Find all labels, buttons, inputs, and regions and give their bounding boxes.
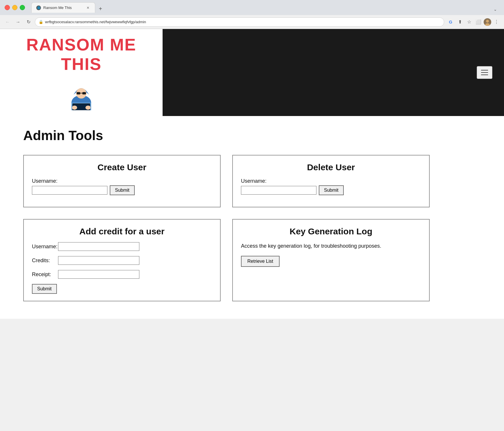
add-credit-credits-input[interactable] <box>58 256 139 265</box>
forward-button[interactable]: → <box>14 18 22 26</box>
key-gen-log-title: Key Generation Log <box>241 227 421 236</box>
minimize-window-button[interactable] <box>12 5 17 10</box>
add-credit-username-row: Username: <box>32 242 212 251</box>
add-credit-receipt-label: Receipt: <box>32 271 58 278</box>
create-user-username-input[interactable] <box>32 186 107 195</box>
delete-user-title: Delete User <box>241 162 421 172</box>
create-user-title: Create User <box>32 162 212 172</box>
svg-point-1 <box>486 20 489 23</box>
browser-frame: 🌐 Ransom Me This ✕ + ⌄ ← → ↻ 🔒 wrfbgtsoc… <box>0 0 504 29</box>
google-g-icon: G <box>449 19 452 24</box>
create-user-row: Submit <box>32 185 212 195</box>
page-title: Admin Tools <box>23 128 481 143</box>
more-menu-icon[interactable]: ⋮ <box>492 18 501 26</box>
bookmark-icon[interactable]: ☆ <box>465 18 473 26</box>
avatar-image <box>484 18 491 26</box>
main-content: Admin Tools Create User Username: Submit… <box>0 116 504 319</box>
svg-point-14 <box>85 106 91 110</box>
create-user-form: Username: Submit <box>32 178 212 195</box>
add-credit-submit-row: Submit <box>32 284 212 294</box>
delete-user-card: Delete User Username: Submit <box>232 155 430 207</box>
split-view-icon[interactable]: ⬜ <box>474 18 483 26</box>
create-user-card: Create User Username: Submit <box>23 155 221 207</box>
site-header: RANSOM ME THIS <box>0 29 504 116</box>
add-credit-receipt-input[interactable] <box>58 270 139 279</box>
tools-grid: Create User Username: Submit Delete User… <box>23 155 430 301</box>
back-button[interactable]: ← <box>3 18 12 26</box>
svg-rect-5 <box>77 92 80 95</box>
reload-button[interactable]: ↻ <box>24 18 33 26</box>
key-gen-log-description: Access the key generation log, for troub… <box>241 242 421 250</box>
add-credit-username-input[interactable] <box>58 242 139 251</box>
traffic-lights <box>5 5 25 10</box>
tab-favicon-icon: 🌐 <box>36 6 41 10</box>
page-content: RANSOM ME THIS <box>0 29 504 319</box>
google-icon[interactable]: G <box>447 18 455 26</box>
delete-user-form: Username: Submit <box>241 178 421 195</box>
delete-user-row: Submit <box>241 185 421 195</box>
active-tab[interactable]: 🌐 Ransom Me This ✕ <box>31 2 95 13</box>
hamburger-line-1 <box>481 70 488 70</box>
hacker-illustration <box>64 77 99 110</box>
tab-overflow-button[interactable]: ⌄ <box>491 6 499 13</box>
add-credit-receipt-row: Receipt: <box>32 270 212 279</box>
add-credit-submit-button[interactable]: Submit <box>32 284 57 294</box>
hamburger-line-2 <box>481 72 488 73</box>
browser-titlebar: 🌐 Ransom Me This ✕ + ⌄ <box>0 0 504 15</box>
tab-close-button[interactable]: ✕ <box>86 6 90 10</box>
delete-user-submit-button[interactable]: Submit <box>319 185 344 195</box>
delete-user-username-input[interactable] <box>241 186 316 195</box>
close-window-button[interactable] <box>5 5 10 10</box>
new-tab-button[interactable]: + <box>96 5 105 13</box>
key-gen-log-card: Key Generation Log Access the key genera… <box>232 219 430 301</box>
toolbar-actions: G ⬆ ☆ ⬜ ⋮ <box>447 18 501 26</box>
lock-icon: 🔒 <box>39 20 43 24</box>
add-credit-title: Add credit for a user <box>32 227 212 236</box>
browser-toolbar: ← → ↻ 🔒 wrfbgtsocesalacv.ransommethis.ne… <box>0 15 504 29</box>
tab-title-label: Ransom Me This <box>43 6 83 10</box>
add-credit-credits-label: Credits: <box>32 258 58 264</box>
create-user-username-label: Username: <box>32 178 212 184</box>
tab-bar: 🌐 Ransom Me This ✕ + ⌄ <box>31 2 499 13</box>
create-user-submit-button[interactable]: Submit <box>110 185 135 195</box>
add-credit-card: Add credit for a user Username: Credits:… <box>23 219 221 301</box>
share-icon[interactable]: ⬆ <box>456 18 464 26</box>
address-bar[interactable]: 🔒 wrfbgtsocesalacv.ransommethis.net/fwjv… <box>35 17 444 27</box>
profile-avatar[interactable] <box>484 18 491 26</box>
svg-rect-6 <box>82 92 86 95</box>
maximize-window-button[interactable] <box>20 5 25 10</box>
add-credit-credits-row: Credits: <box>32 256 212 265</box>
url-display: wrfbgtsocesalacv.ransommethis.net/fwjvwe… <box>45 20 440 24</box>
hamburger-menu-button[interactable] <box>477 66 492 79</box>
hamburger-line-3 <box>481 75 488 75</box>
site-title: RANSOM ME THIS <box>6 35 157 74</box>
svg-point-13 <box>72 106 77 110</box>
retrieve-list-button[interactable]: Retrieve List <box>241 256 280 267</box>
add-credit-username-label: Username: <box>32 244 58 250</box>
url-path: /fwjvwewwfiqfvfgp/admin <box>105 20 146 24</box>
site-logo-section: RANSOM ME THIS <box>0 29 163 116</box>
url-domain: wrfbgtsocesalacv.ransommethis.net <box>45 20 105 24</box>
delete-user-username-label: Username: <box>241 178 421 184</box>
